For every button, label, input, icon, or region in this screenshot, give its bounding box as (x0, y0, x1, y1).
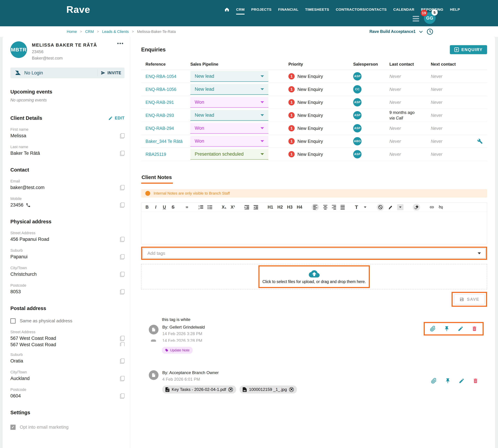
sales-pipeline-select[interactable]: Won (190, 123, 268, 134)
copy-icon[interactable] (120, 254, 125, 259)
home-icon[interactable] (224, 7, 230, 12)
link-icon[interactable] (429, 204, 434, 211)
enquiry-reference-link[interactable]: RBA25119 (141, 152, 190, 157)
strikethrough-icon[interactable]: S (171, 204, 175, 211)
heading3-icon[interactable]: H3 (287, 204, 293, 211)
enquiry-reference-link[interactable]: ENQ-RAB-293 (141, 113, 190, 118)
tasks-badge[interactable]: 5 (432, 9, 438, 16)
same-as-physical-checkbox[interactable] (10, 318, 16, 323)
outdent-icon[interactable] (253, 204, 258, 211)
save-note-button[interactable]: SAVE (454, 294, 485, 304)
enquiry-reference-link[interactable]: ENQ-RAB-291 (141, 100, 190, 105)
text-color-icon[interactable]: T (354, 204, 359, 211)
note-item: By: Acceptance Branch Owner 4 Feb 2026 6… (141, 370, 487, 393)
svg-text:1: 1 (199, 205, 199, 207)
unlink-icon[interactable] (438, 204, 443, 211)
copy-icon[interactable] (120, 336, 125, 341)
pin-icon[interactable] (444, 326, 450, 332)
enquiry-reference-link[interactable]: ENQ-RAB-294 (141, 126, 190, 131)
superscript-icon[interactable]: X¹ (231, 204, 235, 211)
nav-crm[interactable]: CRM (236, 7, 245, 12)
invite-button[interactable]: INVITE (98, 71, 125, 75)
copy-icon[interactable] (120, 376, 125, 381)
nav-financial[interactable]: FINANCIAL (278, 7, 299, 12)
edit-note-icon[interactable] (458, 326, 464, 332)
copy-icon[interactable] (120, 151, 125, 156)
email-marketing-checkbox[interactable]: ✓ (10, 425, 16, 430)
sales-pipeline-select[interactable]: New lead (190, 110, 268, 121)
file-dropzone[interactable]: Click to select files for upload, or dra… (141, 264, 487, 289)
ordered-list-icon[interactable]: 12 (199, 204, 203, 211)
history-clock-icon[interactable] (426, 28, 433, 35)
text-color-caret-icon[interactable] (363, 204, 367, 211)
bold-icon[interactable]: B (145, 204, 149, 211)
highlighter-caret-icon[interactable] (397, 204, 403, 210)
enquiry-reference-link[interactable]: ENQ-RBA-1054 (141, 74, 190, 79)
notifications-badge[interactable]: 19 (421, 10, 427, 16)
eraser-icon[interactable] (413, 204, 420, 211)
align-center-icon[interactable] (323, 204, 328, 211)
pin-icon[interactable] (445, 378, 451, 384)
nav-calendar[interactable]: CALENDAR (393, 7, 414, 12)
nav-help[interactable]: HELP (450, 7, 460, 12)
attach-icon[interactable] (430, 326, 436, 332)
breadcrumb-leads-clients[interactable]: Leads & Clients (102, 30, 129, 34)
breadcrumb-crm[interactable]: CRM (85, 30, 94, 34)
nav-projects[interactable]: PROJECTS (251, 7, 271, 12)
attachment-chip[interactable]: 1000012159 _1_.jpg ✕ (240, 385, 297, 393)
sales-pipeline-select[interactable]: Presentation scheduled (190, 149, 268, 160)
hamburger-menu-icon[interactable] (413, 16, 419, 21)
align-right-icon[interactable] (332, 204, 336, 211)
blockquote-icon[interactable]: ” (185, 204, 189, 211)
copy-icon[interactable] (120, 203, 125, 208)
remove-attachment-icon[interactable]: ✕ (228, 387, 233, 392)
indent-icon[interactable] (244, 204, 249, 211)
enquiry-reference-link[interactable]: ENQ-RBA-1056 (141, 87, 190, 92)
bullet-list-icon[interactable] (208, 204, 212, 211)
new-enquiry-button[interactable]: ENQUIRY (450, 45, 487, 54)
tools-icon[interactable] (477, 139, 487, 144)
highlighter-icon[interactable] (388, 204, 393, 211)
copy-icon[interactable] (120, 358, 125, 364)
align-left-icon[interactable] (312, 204, 319, 211)
nav-timesheets[interactable]: TIMESHEETS (305, 7, 329, 12)
copy-icon[interactable] (120, 133, 125, 139)
heading4-icon[interactable]: H4 (297, 204, 302, 211)
more-options-icon[interactable] (117, 43, 123, 44)
copy-icon[interactable] (120, 272, 125, 277)
note-editor-body[interactable] (141, 212, 487, 244)
sales-pipeline-select[interactable]: Won (190, 136, 268, 147)
add-tags-input[interactable]: Add tags (143, 248, 485, 258)
chevron-down-icon[interactable] (419, 30, 423, 33)
italic-icon[interactable]: I (153, 204, 158, 211)
client-notes-tab[interactable]: Client Notes (141, 174, 173, 184)
environment-selector[interactable]: Rave Build Acceptance1 (369, 29, 415, 34)
enquiry-reference-link[interactable]: Baker_344 Te Rātā (141, 139, 190, 144)
sales-pipeline-select[interactable]: Won (190, 97, 268, 108)
dropdown-caret-icon[interactable] (478, 252, 481, 254)
underline-icon[interactable]: U (162, 204, 167, 211)
sales-pipeline-select[interactable]: New lead (190, 84, 268, 95)
edit-client-button[interactable]: EDIT (108, 116, 125, 120)
sales-pipeline-select[interactable]: New lead (190, 71, 268, 82)
copy-icon[interactable] (120, 237, 125, 242)
phone-icon[interactable] (26, 203, 31, 208)
subscript-icon[interactable]: X₁ (222, 204, 226, 211)
copy-icon[interactable] (120, 393, 125, 399)
edit-note-icon[interactable] (459, 378, 465, 384)
remove-attachment-icon[interactable]: ✕ (289, 387, 294, 392)
delete-note-icon[interactable] (471, 326, 477, 332)
breadcrumb-home[interactable]: Home (67, 30, 77, 34)
align-justify-icon[interactable] (340, 204, 345, 211)
copy-icon[interactable] (120, 289, 125, 294)
heading1-icon[interactable]: H1 (268, 204, 273, 211)
nav-contractors-contacts[interactable]: CONTRACTORS/CONTACTS (336, 7, 387, 12)
heading2-icon[interactable]: H2 (277, 204, 283, 211)
attachment-chip[interactable]: PDF Key Tasks - 2026-02-04-1.pdf ✕ (162, 385, 236, 393)
attach-icon[interactable] (431, 378, 437, 384)
clear-format-icon[interactable] (377, 204, 384, 211)
annotation-upload-target[interactable]: Click to select files for upload, or dra… (258, 265, 370, 288)
delete-note-icon[interactable] (473, 378, 479, 384)
user-avatar[interactable]: GG 19 5 (424, 12, 436, 24)
copy-icon[interactable] (120, 185, 125, 190)
